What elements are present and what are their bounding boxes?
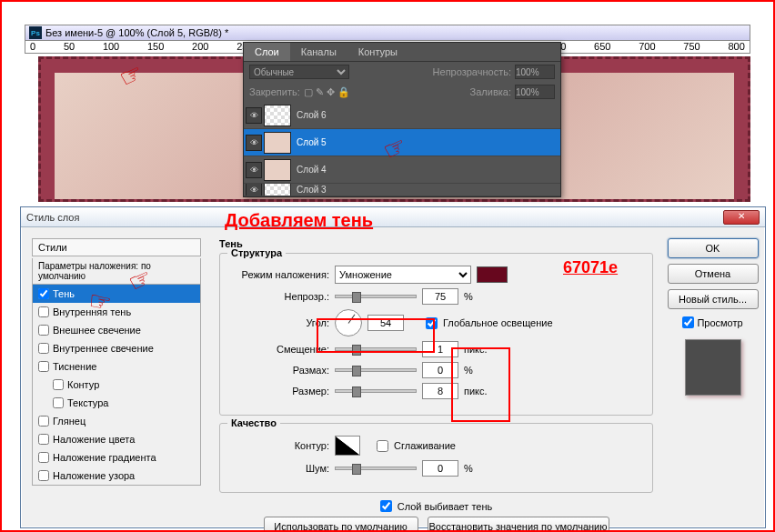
- shadow-color-swatch[interactable]: [477, 266, 508, 283]
- checkbox[interactable]: [38, 452, 49, 463]
- global-light-checkbox[interactable]: [426, 317, 438, 329]
- preview-checkbox[interactable]: [682, 316, 694, 328]
- distance-label: Смещение:: [229, 344, 329, 355]
- size-input[interactable]: [422, 383, 458, 399]
- spread-slider[interactable]: [335, 368, 417, 372]
- tab-paths[interactable]: Контуры: [347, 43, 408, 61]
- style-inner-glow[interactable]: Внутреннее свечение: [33, 339, 200, 357]
- make-default-button[interactable]: Использовать по умолчанию: [264, 517, 418, 532]
- visibility-icon[interactable]: 👁: [246, 135, 262, 151]
- distance-input[interactable]: [422, 341, 458, 357]
- contour-picker[interactable]: [335, 436, 360, 456]
- quality-fieldset: Качество Контур: Сглаживание Шум: %: [219, 423, 653, 493]
- antialias-checkbox[interactable]: [377, 440, 388, 452]
- layer-name: Слой 5: [297, 137, 327, 147]
- layer-row[interactable]: 👁 Слой 5: [244, 129, 560, 156]
- checkbox[interactable]: [53, 397, 64, 408]
- dialog-title-text: Стиль слоя: [26, 212, 79, 223]
- angle-dial[interactable]: [335, 309, 362, 336]
- lock-icons[interactable]: ▢ ✎ ✥ 🔒: [304, 86, 350, 98]
- ok-button[interactable]: OK: [668, 238, 759, 258]
- opacity-label: Непрозрачность:: [433, 66, 511, 77]
- style-inner-shadow[interactable]: Внутренняя тень: [33, 303, 200, 321]
- close-icon[interactable]: ✕: [723, 210, 760, 225]
- checkbox[interactable]: [38, 325, 49, 336]
- checkbox[interactable]: [38, 343, 49, 354]
- style-outer-glow[interactable]: Внешнее свечение: [33, 321, 200, 339]
- checkbox[interactable]: [38, 306, 49, 317]
- fill-input[interactable]: [515, 85, 555, 99]
- tab-channels[interactable]: Каналы: [290, 43, 347, 61]
- doc-title-text: Без имени-5 @ 100% (Слой 5, RGB/8) *: [45, 27, 228, 38]
- visibility-icon[interactable]: 👁: [246, 162, 262, 178]
- layer-thumb: [264, 105, 291, 126]
- checkbox[interactable]: [38, 434, 49, 445]
- checkbox[interactable]: [38, 361, 49, 372]
- opacity-input[interactable]: [515, 65, 555, 79]
- angle-input[interactable]: [367, 315, 404, 331]
- noise-label: Шум:: [229, 463, 329, 474]
- layer-thumb: [264, 132, 291, 154]
- checkbox[interactable]: [53, 379, 64, 390]
- preview-swatch: [685, 339, 741, 396]
- style-color-overlay[interactable]: Наложение цвета: [33, 430, 200, 448]
- style-satin[interactable]: Глянец: [33, 412, 200, 430]
- annotation-color-code: 67071e: [563, 258, 618, 277]
- tab-layers[interactable]: Слои: [244, 43, 290, 61]
- fieldset-title: Качество: [227, 417, 280, 428]
- antialias-label: Сглаживание: [394, 440, 456, 451]
- ps-icon: Ps: [29, 26, 42, 39]
- blend-mode-select[interactable]: Обычные: [249, 65, 349, 79]
- blend-mode-label: Режим наложения:: [229, 269, 329, 280]
- cancel-button[interactable]: Отмена: [668, 264, 759, 284]
- style-pattern-overlay[interactable]: Наложение узора: [33, 467, 200, 485]
- layer-style-dialog: Стиль слоя ✕ Стили Параметры наложения: …: [20, 206, 766, 528]
- knockout-label: Слой выбивает тень: [398, 501, 493, 512]
- percent-label: %: [464, 365, 473, 376]
- global-light-label: Глобальное освещение: [443, 317, 553, 328]
- style-gradient-overlay[interactable]: Наложение градиента: [33, 448, 200, 467]
- spread-label: Размах:: [229, 365, 329, 376]
- sidebar-header-styles[interactable]: Стили: [32, 238, 201, 256]
- visibility-icon[interactable]: 👁: [246, 107, 262, 124]
- layer-name: Слой 3: [297, 185, 327, 195]
- style-drop-shadow[interactable]: Тень: [33, 285, 200, 303]
- preview-toggle[interactable]: Просмотр: [682, 316, 742, 328]
- knockout-checkbox[interactable]: [380, 500, 392, 512]
- dialog-titlebar[interactable]: Стиль слоя ✕: [21, 207, 765, 227]
- size-slider[interactable]: [335, 389, 417, 393]
- noise-input[interactable]: [422, 460, 458, 477]
- opacity-slider[interactable]: [335, 295, 417, 298]
- reset-default-button[interactable]: Восстановить значения по умолчанию: [428, 517, 609, 532]
- layer-name: Слой 6: [297, 110, 327, 120]
- new-style-button[interactable]: Новый стиль...: [668, 289, 759, 309]
- fill-label: Заливка:: [470, 86, 511, 97]
- distance-slider[interactable]: [335, 347, 417, 351]
- checkbox[interactable]: [38, 416, 49, 427]
- annotation-add-shadow: Добавляем тень: [225, 210, 373, 231]
- blend-mode-select[interactable]: Умножение: [335, 266, 471, 284]
- style-texture[interactable]: Текстура: [33, 394, 200, 412]
- angle-label: Угол:: [229, 317, 329, 328]
- layer-thumb: [264, 184, 291, 196]
- layer-row[interactable]: 👁 Слой 3: [244, 184, 560, 196]
- layer-row[interactable]: 👁 Слой 6: [244, 102, 560, 129]
- spread-input[interactable]: [422, 362, 458, 378]
- layers-panel[interactable]: Слои Каналы Контуры Обычные Непрозрачнос…: [243, 42, 561, 197]
- percent-label: %: [464, 463, 473, 474]
- visibility-icon[interactable]: 👁: [246, 184, 262, 196]
- dialog-right-buttons: OK Отмена Новый стиль... Просмотр: [660, 227, 765, 527]
- percent-label: %: [464, 291, 473, 302]
- opacity-input[interactable]: [422, 288, 458, 305]
- fieldset-title: Структура: [227, 247, 286, 258]
- noise-slider[interactable]: [335, 467, 417, 470]
- style-contour[interactable]: Контур: [33, 376, 200, 394]
- style-bevel[interactable]: Тиснение: [33, 357, 200, 376]
- layer-thumb: [264, 159, 291, 181]
- document-tab[interactable]: Ps Без имени-5 @ 100% (Слой 5, RGB/8) *: [25, 25, 750, 41]
- sidebar-blending-options[interactable]: Параметры наложения: по умолчанию: [32, 258, 201, 285]
- layer-row[interactable]: 👁 Слой 4: [244, 156, 560, 184]
- checkbox[interactable]: [38, 470, 49, 481]
- lock-label: Закрепить:: [249, 86, 300, 97]
- checkbox[interactable]: [38, 288, 49, 299]
